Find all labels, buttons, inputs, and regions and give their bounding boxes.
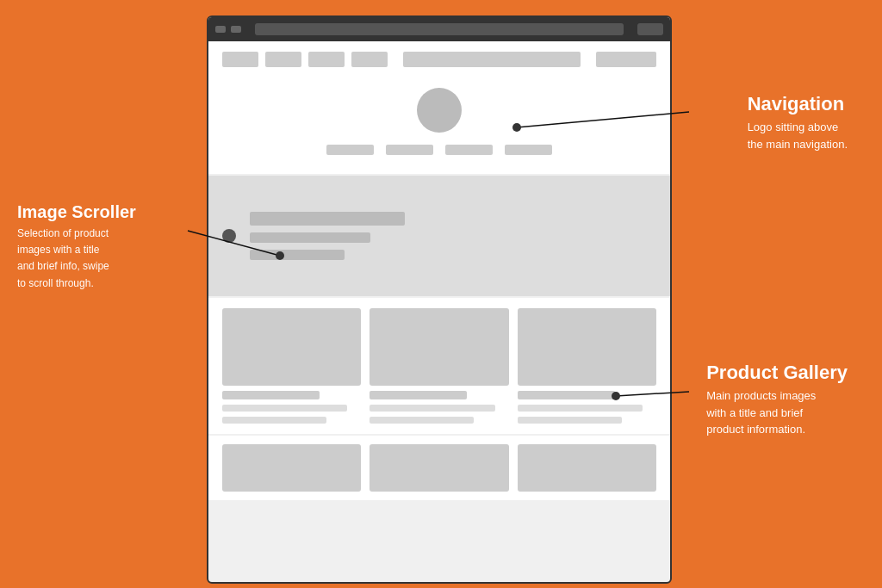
gallery-title-3: [518, 391, 615, 399]
gallery-item-3: [518, 308, 656, 424]
annotation-scroller-title: Image Scroller: [17, 202, 136, 222]
annotation-scroller-desc: Selection of productimages with a titlea…: [17, 226, 136, 292]
browser-action-btn: [637, 23, 663, 35]
gallery-section-bottom: [208, 436, 670, 500]
gallery-img-bottom-1: [222, 444, 361, 492]
nav-link-3: [445, 145, 493, 155]
gallery-img-bottom-3: [518, 444, 656, 492]
wireframe-device: [207, 15, 672, 584]
annotation-gallery-desc: Main products imageswith a title and bri…: [706, 387, 848, 438]
nav-links-row: [326, 145, 552, 155]
hero-indicator-dot: [222, 229, 236, 243]
nav-tab-4: [351, 52, 388, 67]
nav-section: [208, 41, 670, 174]
gallery-line-3a: [518, 405, 643, 412]
gallery-img-bottom-2: [370, 444, 508, 492]
gallery-item-1: [222, 308, 361, 424]
hero-content: [250, 212, 656, 260]
gallery-line-2b: [370, 417, 474, 424]
nav-top-row: [222, 52, 656, 67]
gallery-title-1: [222, 391, 320, 399]
nav-tab-3: [308, 52, 345, 67]
gallery-line-1b: [222, 417, 326, 424]
nav-link-1: [326, 145, 374, 155]
nav-link-2: [386, 145, 433, 155]
annotation-image-scroller: Image Scroller Selection of productimage…: [17, 202, 136, 292]
hero-title-bar: [250, 212, 405, 226]
gallery-title-2: [370, 391, 467, 399]
browser-url-bar: [255, 23, 624, 35]
gallery-line-1a: [222, 405, 347, 412]
gallery-img-3: [518, 308, 656, 386]
logo-circle: [417, 88, 462, 133]
annotation-nav-desc: Logo sitting abovethe main navigation.: [748, 119, 848, 152]
gallery-grid-bottom: [222, 444, 656, 492]
nav-action-button: [596, 52, 656, 67]
logo-area: [222, 76, 656, 164]
gallery-grid: [222, 308, 656, 424]
gallery-line-3b: [518, 417, 622, 424]
annotation-navigation: Navigation Logo sitting abovethe main na…: [748, 93, 848, 152]
product-gallery-section: [208, 298, 670, 434]
gallery-item-2: [370, 308, 508, 424]
nav-link-4: [505, 145, 552, 155]
browser-btn-1: [215, 26, 226, 33]
gallery-img-1: [222, 308, 361, 386]
nav-search-bar: [403, 52, 581, 67]
nav-tab-2: [265, 52, 301, 67]
browser-chrome: [208, 17, 670, 41]
hero-sub-bar-1: [250, 232, 370, 243]
gallery-line-2a: [370, 405, 494, 412]
hero-section: [208, 176, 670, 296]
gallery-img-2: [370, 308, 508, 386]
nav-tab-1: [222, 52, 258, 67]
hero-sub-bar-2: [250, 250, 345, 260]
annotation-gallery-title: Product Gallery: [706, 362, 848, 384]
annotation-product-gallery: Product Gallery Main products imageswith…: [706, 362, 848, 438]
annotation-nav-title: Navigation: [748, 93, 848, 115]
browser-btn-2: [231, 26, 241, 33]
